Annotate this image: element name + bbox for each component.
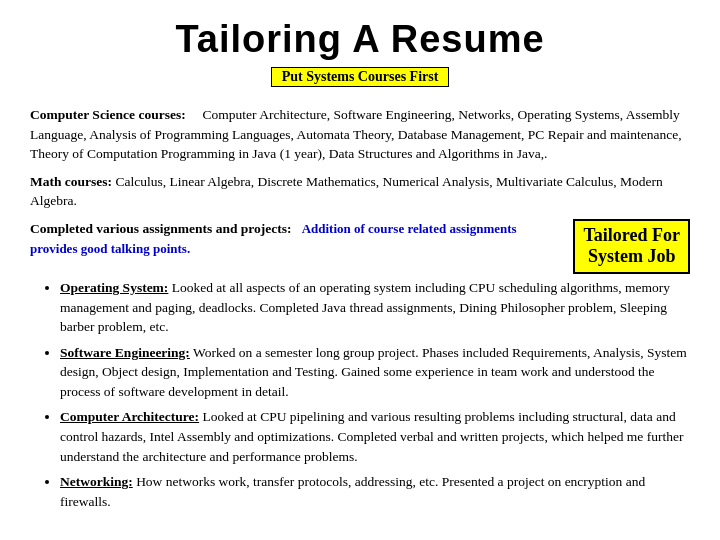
tailored-box-container: Tailored For System Job — [573, 219, 690, 274]
tailored-line1: Tailored For — [583, 225, 680, 247]
math-courses-label: Math courses: — [30, 174, 112, 189]
bullet-label: Operating System: — [60, 280, 168, 295]
callout-section: Completed various assignments and projec… — [30, 219, 690, 274]
cs-courses-section: Computer Science courses: Computer Archi… — [30, 105, 690, 164]
list-item: Networking: How networks work, transfer … — [60, 472, 690, 511]
page-title: Tailoring A Resume — [30, 18, 690, 61]
highlight-banner: Put Systems Courses First — [271, 67, 450, 87]
completed-projects-label: Completed various assignments and projec… — [30, 221, 292, 236]
bullet-label: Computer Architecture: — [60, 409, 199, 424]
callout-left: Completed various assignments and projec… — [30, 219, 563, 259]
math-courses-section: Math courses: Calculus, Linear Algebra, … — [30, 172, 690, 211]
tailored-line2: System Job — [583, 246, 680, 268]
completed-label: Completed various assignments and projec… — [30, 219, 563, 259]
bullet-label: Networking: — [60, 474, 133, 489]
list-item: Operating System: Looked at all aspects … — [60, 278, 690, 337]
cs-courses-label: Computer Science courses: — [30, 107, 186, 122]
bullet-label: Software Engineering: — [60, 345, 190, 360]
bullet-text: How networks work, transfer protocols, a… — [60, 474, 645, 509]
list-item: Software Engineering: Worked on a semest… — [60, 343, 690, 402]
list-item: Computer Architecture: Looked at CPU pip… — [60, 407, 690, 466]
tailored-box: Tailored For System Job — [573, 219, 690, 274]
math-courses-text: Calculus, Linear Algebra, Discrete Mathe… — [30, 174, 663, 209]
bullet-list: Operating System: Looked at all aspects … — [60, 278, 690, 511]
